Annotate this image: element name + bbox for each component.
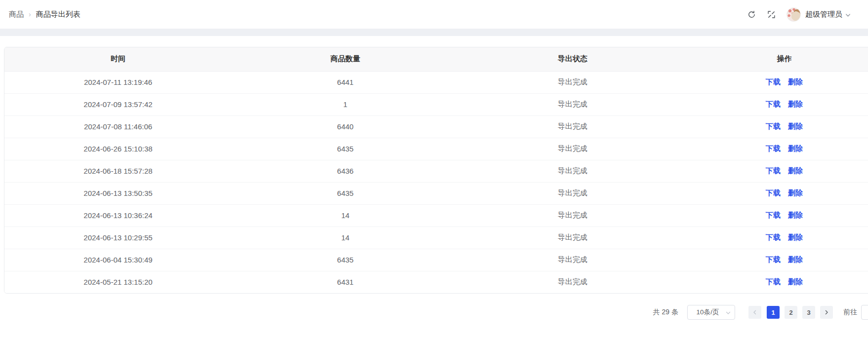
user-name[interactable]: 超级管理员 <box>805 10 842 19</box>
time-cell: 2024-06-04 15:30:49 <box>4 249 232 271</box>
download-link[interactable]: 下载 <box>766 100 781 108</box>
breadcrumb-item-products[interactable]: 商品 <box>9 10 24 19</box>
status-cell: 导出完成 <box>459 160 686 182</box>
actions-cell: 下载删除 <box>686 115 868 138</box>
status-cell: 导出完成 <box>459 271 686 293</box>
time-cell: 2024-07-11 13:19:46 <box>4 71 232 93</box>
column-header-quantity: 商品数量 <box>232 47 459 71</box>
delete-link[interactable]: 删除 <box>788 166 803 175</box>
delete-link[interactable]: 删除 <box>788 233 803 241</box>
table-row: 2024-06-04 15:30:496435导出完成下载删除 <box>4 249 868 271</box>
table-row: 2024-06-13 10:36:2414导出完成下载删除 <box>4 204 868 226</box>
download-link[interactable]: 下载 <box>766 144 781 152</box>
chevron-left-icon <box>752 309 758 315</box>
refresh-icon[interactable] <box>747 10 756 19</box>
actions-cell: 下载删除 <box>686 71 868 93</box>
time-cell: 2024-06-13 13:50:35 <box>4 182 232 204</box>
table-row: 2024-06-13 10:29:5514导出完成下载删除 <box>4 226 868 249</box>
fullscreen-icon[interactable] <box>767 10 776 19</box>
chevron-down-icon <box>725 310 731 316</box>
time-cell: 2024-06-13 10:29:55 <box>4 226 232 249</box>
quantity-cell: 6435 <box>232 138 459 160</box>
quantity-cell: 14 <box>232 204 459 226</box>
column-header-status: 导出状态 <box>459 47 686 71</box>
page-background-strip <box>0 29 868 36</box>
status-cell: 导出完成 <box>459 182 686 204</box>
actions-cell: 下载删除 <box>686 204 868 226</box>
download-link[interactable]: 下载 <box>766 211 781 219</box>
actions-cell: 下载删除 <box>686 271 868 293</box>
delete-link[interactable]: 删除 <box>788 188 803 197</box>
export-table-card: 时间 商品数量 导出状态 操作 2024-07-11 13:19:466441导… <box>4 47 868 294</box>
page-button-2[interactable]: 2 <box>785 306 797 319</box>
avatar[interactable] <box>786 7 801 22</box>
quantity-cell: 6440 <box>232 115 459 138</box>
delete-link[interactable]: 删除 <box>788 122 803 130</box>
table-row: 2024-06-26 15:10:386435导出完成下载删除 <box>4 138 868 160</box>
quantity-cell: 6441 <box>232 71 459 93</box>
actions-cell: 下载删除 <box>686 93 868 115</box>
status-cell: 导出完成 <box>459 115 686 138</box>
download-link[interactable]: 下载 <box>766 122 781 130</box>
time-cell: 2024-05-21 13:15:20 <box>4 271 232 293</box>
page-size-value: 10条/页 <box>697 308 719 317</box>
download-link[interactable]: 下载 <box>766 77 781 86</box>
download-link[interactable]: 下载 <box>766 277 781 286</box>
actions-cell: 下载删除 <box>686 160 868 182</box>
download-link[interactable]: 下载 <box>766 166 781 175</box>
quantity-cell: 6435 <box>232 249 459 271</box>
goto-page-input[interactable] <box>861 305 868 320</box>
quantity-cell: 1 <box>232 93 459 115</box>
status-cell: 导出完成 <box>459 93 686 115</box>
status-cell: 导出完成 <box>459 138 686 160</box>
page-button-1[interactable]: 1 <box>767 306 780 319</box>
quantity-cell: 14 <box>232 226 459 249</box>
table-row: 2024-07-09 13:57:421导出完成下载删除 <box>4 93 868 115</box>
table-row: 2024-06-13 13:50:356435导出完成下载删除 <box>4 182 868 204</box>
download-link[interactable]: 下载 <box>766 255 781 263</box>
column-header-actions: 操作 <box>686 47 868 71</box>
actions-cell: 下载删除 <box>686 182 868 204</box>
chevron-right-icon <box>824 309 829 315</box>
table-header-row: 时间 商品数量 导出状态 操作 <box>4 47 868 71</box>
table-body: 2024-07-11 13:19:466441导出完成下载删除2024-07-0… <box>4 71 868 293</box>
export-table: 时间 商品数量 导出状态 操作 2024-07-11 13:19:466441导… <box>4 47 868 293</box>
table-row: 2024-07-11 13:19:466441导出完成下载删除 <box>4 71 868 93</box>
time-cell: 2024-07-09 13:57:42 <box>4 93 232 115</box>
table-row: 2024-05-21 13:15:206431导出完成下载删除 <box>4 271 868 293</box>
actions-cell: 下载删除 <box>686 138 868 160</box>
status-cell: 导出完成 <box>459 71 686 93</box>
delete-link[interactable]: 删除 <box>788 255 803 263</box>
topbar: 商品 › 商品导出列表 超级管理员 <box>0 0 868 29</box>
chevron-down-icon[interactable] <box>845 11 851 18</box>
delete-link[interactable]: 删除 <box>788 100 803 108</box>
delete-link[interactable]: 删除 <box>788 211 803 219</box>
next-page-button[interactable] <box>820 306 833 319</box>
download-link[interactable]: 下载 <box>766 233 781 241</box>
page-size-select[interactable]: 10条/页 <box>687 305 735 320</box>
breadcrumb: 商品 › 商品导出列表 <box>9 10 81 19</box>
delete-link[interactable]: 删除 <box>788 277 803 286</box>
breadcrumb-item-export-list: 商品导出列表 <box>36 10 81 19</box>
actions-cell: 下载删除 <box>686 249 868 271</box>
actions-cell: 下载删除 <box>686 226 868 249</box>
page-button-3[interactable]: 3 <box>802 306 815 319</box>
goto-page-label: 前往 <box>843 308 857 317</box>
time-cell: 2024-06-26 15:10:38 <box>4 138 232 160</box>
status-cell: 导出完成 <box>459 204 686 226</box>
delete-link[interactable]: 删除 <box>788 77 803 86</box>
status-cell: 导出完成 <box>459 249 686 271</box>
time-cell: 2024-06-13 10:36:24 <box>4 204 232 226</box>
pagination: 共 29 条 10条/页 123 前往 <box>4 304 868 321</box>
time-cell: 2024-07-08 11:46:06 <box>4 115 232 138</box>
quantity-cell: 6435 <box>232 182 459 204</box>
delete-link[interactable]: 删除 <box>788 144 803 152</box>
column-header-time: 时间 <box>4 47 232 71</box>
table-row: 2024-06-18 15:57:286436导出完成下载删除 <box>4 160 868 182</box>
download-link[interactable]: 下载 <box>766 188 781 197</box>
quantity-cell: 6431 <box>232 271 459 293</box>
page-number-buttons: 123 <box>764 306 818 319</box>
status-cell: 导出完成 <box>459 226 686 249</box>
prev-page-button[interactable] <box>748 306 761 319</box>
total-count-label: 共 29 条 <box>653 308 678 317</box>
